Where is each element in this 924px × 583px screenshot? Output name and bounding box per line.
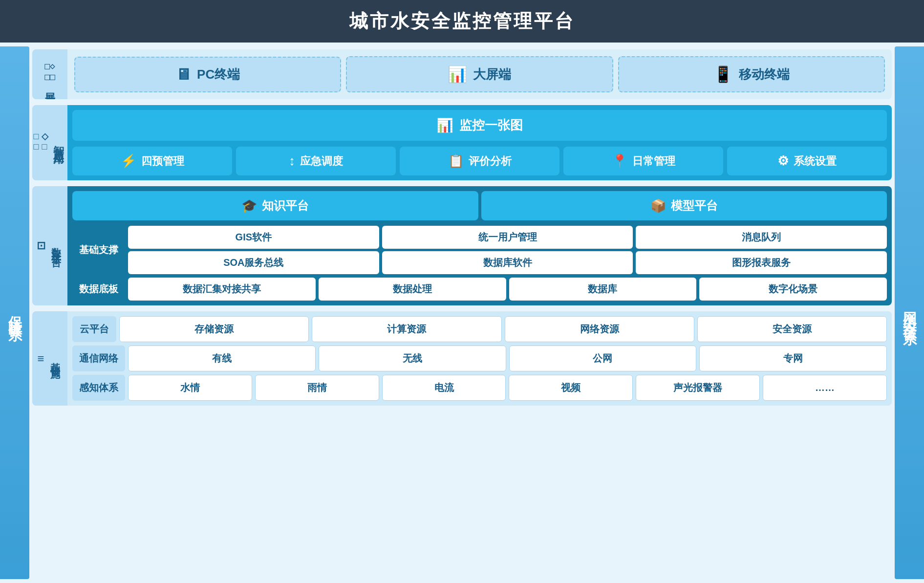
- center-content: □◇□□ 展示 🖥 PC终端 📊 大屏端 📱 移动终端: [30, 46, 894, 579]
- mobile-label: 移动终端: [739, 66, 790, 83]
- right-label: 网络安全体系: [895, 46, 924, 579]
- network-section: 通信网络 有线 无线 公网 专网: [72, 345, 887, 371]
- evaluation-label: 评价分析: [469, 154, 512, 169]
- model-platform-card[interactable]: 📦 模型平台: [481, 191, 887, 220]
- monitor-icon: 📊: [436, 117, 453, 133]
- exhibit-section: □◇□□ 展示 🖥 PC终端 📊 大屏端 📱 移动终端: [32, 49, 892, 99]
- digital-icon: ⊡: [37, 239, 48, 252]
- page-title: 城市水安全监控管理平台: [349, 11, 575, 31]
- siyupred-icon: ⚡: [121, 153, 136, 169]
- infrastructure-label: ≡ 基础设施: [32, 311, 67, 406]
- data-label: 数据底板: [72, 278, 125, 301]
- smart-apps-section: □◇□□ 智慧应用 📊 监控一张图 ⚡ 四预管理: [32, 105, 892, 180]
- infra-item-more[interactable]: ……: [763, 375, 887, 401]
- sensing-items: 水情 雨情 电流 视频 声光报警: [128, 375, 887, 401]
- infra-item-storage[interactable]: 存储资源: [119, 316, 309, 342]
- infra-item-rain[interactable]: 雨情: [255, 375, 379, 401]
- sensing-section: 感知体系 水情 雨情 电流 视频: [72, 375, 887, 401]
- infra-item-compute[interactable]: 计算资源: [312, 316, 501, 342]
- app-card-evaluation[interactable]: 📋 评价分析: [400, 147, 559, 175]
- monitor-card[interactable]: 📊 监控一张图: [72, 110, 887, 141]
- infra-icon: ≡: [37, 352, 47, 366]
- siyupred-label: 四预管理: [141, 154, 184, 169]
- mobile-icon: 📱: [713, 65, 733, 84]
- pc-icon: 🖥: [175, 65, 191, 84]
- cloud-section: 云平台 存储资源 计算资源 网络资源: [72, 316, 887, 342]
- main-content: 保障体系 □◇□□ 展示 🖥 PC终端 📊 大屏端: [0, 43, 924, 583]
- data-item-process[interactable]: 数据处理: [319, 278, 506, 301]
- bigscreen-icon: 📊: [448, 65, 467, 84]
- support-item-usermgmt[interactable]: 统一用户管理: [382, 226, 633, 249]
- sensing-label: 感知体系: [72, 375, 125, 401]
- daily-label: 日常管理: [632, 154, 675, 169]
- data-section: 数据底板 数据汇集对接共享 数据处理 数据库: [72, 278, 887, 301]
- app-card-daily[interactable]: 📍 日常管理: [563, 147, 723, 175]
- digital-label-text: 数字孪生平台: [50, 240, 64, 252]
- emergency-label: 应急调度: [300, 154, 343, 169]
- support-grid: GIS软件 统一用户管理 消息队列: [128, 226, 887, 274]
- settings-label: 系统设置: [794, 154, 837, 169]
- support-item-db[interactable]: 数据库软件: [382, 251, 633, 274]
- exhibit-label-text: 展示: [43, 84, 57, 88]
- digital-twin-label: ⊡ 数字孪生平台: [32, 186, 67, 305]
- infra-item-electricity[interactable]: 电流: [382, 375, 506, 401]
- app-card-settings[interactable]: ⚙ 系统设置: [727, 147, 887, 175]
- app-card-emergency[interactable]: ↕ 应急调度: [236, 147, 396, 175]
- settings-icon: ⚙: [777, 153, 789, 169]
- support-label: 基础支撑: [72, 226, 125, 274]
- infra-label-text: 基础设施: [49, 355, 63, 363]
- digital-twin-section: ⊡ 数字孪生平台 🎓 知识平台 📦 模型平台: [32, 186, 892, 305]
- smart-apps-icon: □◇□□: [34, 131, 52, 152]
- support-item-chart[interactable]: 图形报表服务: [636, 251, 887, 274]
- support-grid-row1: GIS软件 统一用户管理 消息队列: [128, 226, 887, 249]
- pc-label: PC终端: [197, 66, 240, 83]
- title-bar: 城市水安全监控管理平台: [0, 0, 924, 43]
- app-card-siyupred[interactable]: ⚡ 四预管理: [72, 147, 232, 175]
- infra-item-wired[interactable]: 有线: [128, 345, 316, 371]
- infrastructure-section: ≡ 基础设施 云平台 存储资源 计算资源: [32, 311, 892, 406]
- support-item-gis[interactable]: GIS软件: [128, 226, 379, 249]
- apps-grid: ⚡ 四预管理 ↕ 应急调度 📋 评价分析 📍: [72, 147, 887, 175]
- infra-item-video[interactable]: 视频: [509, 375, 633, 401]
- display-card-pc[interactable]: 🖥 PC终端: [74, 57, 341, 92]
- infra-item-network[interactable]: 网络资源: [505, 316, 694, 342]
- infra-item-security[interactable]: 安全资源: [697, 316, 887, 342]
- network-label: 通信网络: [72, 345, 125, 371]
- support-item-soa[interactable]: SOA服务总线: [128, 251, 379, 274]
- exhibit-content: 🖥 PC终端 📊 大屏端 📱 移动终端: [67, 49, 892, 99]
- infra-item-private-net[interactable]: 专网: [699, 345, 887, 371]
- smart-apps-label: □◇□□ 智慧应用: [32, 105, 67, 180]
- support-section: 基础支撑 GIS软件 统一用户管理 消息队列: [72, 226, 887, 274]
- daily-icon: 📍: [612, 153, 627, 169]
- infra-item-water[interactable]: 水情: [128, 375, 252, 401]
- digital-twin-content: 🎓 知识平台 📦 模型平台 基础支撑: [67, 186, 892, 305]
- infra-content: 云平台 存储资源 计算资源 网络资源: [67, 311, 892, 406]
- evaluation-icon: 📋: [448, 153, 464, 169]
- data-item-digital-scene[interactable]: 数字化场景: [699, 278, 887, 301]
- knowledge-platform-card[interactable]: 🎓 知识平台: [72, 191, 478, 220]
- bigscreen-label: 大屏端: [473, 66, 511, 83]
- support-grid-row2: SOA服务总线 数据库软件 图形报表服务: [128, 251, 887, 274]
- infra-item-public-net[interactable]: 公网: [509, 345, 697, 371]
- smart-apps-content: 📊 监控一张图 ⚡ 四预管理 ↕ 应急调度: [67, 105, 892, 180]
- cloud-items: 存储资源 计算资源 网络资源 安全资源: [119, 316, 887, 342]
- data-items: 数据汇集对接共享 数据处理 数据库 数字化场景: [128, 278, 887, 301]
- infra-item-wireless[interactable]: 无线: [319, 345, 506, 371]
- knowledge-icon: 🎓: [241, 198, 257, 214]
- data-item-collect[interactable]: 数据汇集对接共享: [128, 278, 316, 301]
- smart-apps-label-text: 智慧应用: [51, 137, 66, 149]
- display-card-mobile[interactable]: 📱 移动终端: [618, 56, 885, 92]
- left-label: 保障体系: [0, 46, 29, 579]
- infra-item-alarm[interactable]: 声光报警器: [636, 375, 760, 401]
- exhibit-icon: □◇□□: [44, 61, 55, 82]
- monitor-label: 监控一张图: [459, 117, 523, 134]
- data-item-database[interactable]: 数据库: [509, 278, 697, 301]
- platform-row-cards: 🎓 知识平台 📦 模型平台: [72, 191, 887, 220]
- knowledge-label: 知识平台: [262, 198, 309, 214]
- support-item-msgqueue[interactable]: 消息队列: [636, 226, 887, 249]
- display-card-bigscreen[interactable]: 📊 大屏端: [346, 56, 613, 92]
- model-icon: 📦: [650, 198, 666, 214]
- model-label: 模型平台: [671, 198, 718, 214]
- emergency-icon: ↕: [289, 153, 295, 169]
- exhibit-label: □◇□□ 展示: [32, 49, 67, 99]
